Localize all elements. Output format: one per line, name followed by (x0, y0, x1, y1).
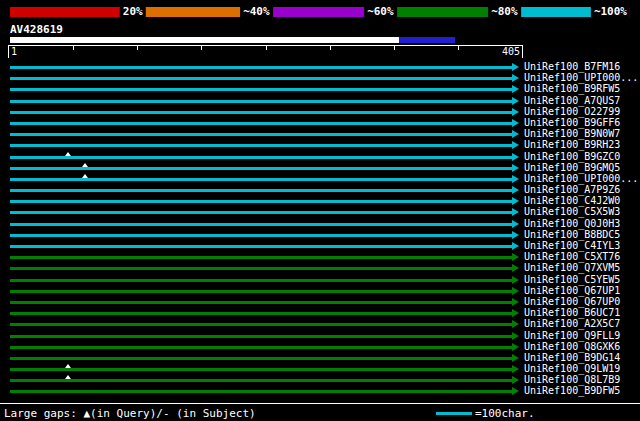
alignment-bar[interactable] (10, 122, 512, 125)
alignment-bar[interactable] (10, 189, 512, 192)
alignment-bar[interactable] (10, 256, 512, 259)
alignment-label[interactable]: UniRef100_Q9LW19 (524, 363, 620, 375)
arrowhead-icon (512, 231, 519, 239)
alignment-label[interactable]: UniRef100_UPI000... (524, 72, 638, 84)
scale-tick (201, 46, 202, 50)
scale-tick (458, 46, 459, 50)
alignment-bar[interactable] (10, 290, 512, 293)
alignment-bar[interactable] (10, 234, 512, 237)
alignment-bar[interactable] (10, 346, 512, 349)
alignment-bar[interactable] (10, 301, 512, 304)
scale-end-label: 405 (502, 46, 520, 58)
alignment-label[interactable]: UniRef100_O22799 (524, 106, 620, 118)
scale-tick (73, 46, 74, 50)
alignment-bar[interactable] (10, 368, 512, 371)
alignment-label[interactable]: UniRef100_Q0J0H3 (524, 218, 620, 230)
scale-tick (330, 46, 331, 50)
alignment-label[interactable]: UniRef100_C4IYL3 (524, 240, 620, 252)
scale-tick (394, 46, 395, 50)
alignment-bar[interactable] (10, 267, 512, 270)
alignment-label[interactable]: UniRef100_C5XT76 (524, 251, 620, 263)
alignment-bar[interactable] (10, 390, 512, 393)
key-segment: ~60% (258, 7, 382, 17)
alignment-label[interactable]: UniRef100_B9N0W7 (524, 128, 620, 140)
footer: Large gaps: ▲(in Query)/- (in Subject) =… (0, 403, 640, 421)
alignment-bar[interactable] (10, 66, 512, 69)
alignment-bar[interactable] (10, 323, 512, 326)
alignment-bar[interactable] (10, 312, 512, 315)
alignment-label[interactable]: UniRef100_B9DG14 (524, 352, 620, 364)
blast-overview-screen: 20%~40%~60%~80%~100% AV428619 1 405 UniR… (0, 0, 640, 421)
alignment-bar[interactable] (10, 156, 512, 159)
alignment-label[interactable]: UniRef100_B9RFW5 (524, 83, 620, 95)
arrowhead-icon (512, 287, 519, 295)
alignment-label[interactable]: UniRef100_C5X5W3 (524, 206, 620, 218)
alignment-bar[interactable] (10, 279, 512, 282)
alignment-label[interactable]: UniRef100_Q7XVM5 (524, 262, 620, 274)
arrowhead-icon (512, 63, 519, 71)
arrowhead-icon (512, 320, 519, 328)
alignment-row[interactable]: UniRef100_B9DFW5 (0, 386, 640, 397)
alignment-bar[interactable] (10, 357, 512, 360)
alignment-label[interactable]: UniRef100_B9RH23 (524, 139, 620, 151)
arrowhead-icon (512, 220, 519, 228)
alignment-label[interactable]: UniRef100_B9GMQ5 (524, 162, 620, 174)
arrowhead-icon (512, 186, 519, 194)
alignment-bar[interactable] (10, 211, 512, 214)
arrowhead-icon (512, 365, 519, 373)
key-segment: ~100% (506, 7, 630, 17)
arrowhead-icon (512, 264, 519, 272)
alignment-bar[interactable] (10, 200, 512, 203)
key-segment-label: ~100% (591, 4, 630, 19)
alignment-label[interactable]: UniRef100_Q67UP1 (524, 285, 620, 297)
alignment-bar[interactable] (10, 88, 512, 91)
legend-label: =100char. (475, 407, 535, 420)
alignment-bar[interactable] (10, 223, 512, 226)
key-segment-label: ~40% (240, 4, 273, 19)
alignment-label[interactable]: UniRef100_B9GFF6 (524, 117, 620, 129)
arrowhead-icon (512, 164, 519, 172)
alignment-bar[interactable] (10, 111, 512, 114)
alignment-bar[interactable] (10, 379, 512, 382)
alignment-bar[interactable] (10, 335, 512, 338)
arrowhead-icon (512, 175, 519, 183)
alignment-label[interactable]: UniRef100_UPI000... (524, 173, 638, 185)
alignment-label[interactable]: UniRef100_B9DFW5 (524, 385, 620, 397)
alignment-label[interactable]: UniRef100_A2X5C7 (524, 318, 620, 330)
alignment-bar[interactable] (10, 133, 512, 136)
alignment-bar[interactable] (10, 167, 512, 170)
arrowhead-icon (512, 197, 519, 205)
arrowhead-icon (512, 253, 519, 261)
alignment-label[interactable]: UniRef100_A7QUS7 (524, 95, 620, 107)
alignment-bar[interactable] (10, 77, 512, 80)
query-bar (10, 37, 455, 43)
query-bar-blue-segment (399, 37, 455, 43)
alignment-bar[interactable] (10, 144, 512, 147)
key-segment: ~40% (134, 7, 258, 17)
alignment-label[interactable]: UniRef100_C5YEW5 (524, 274, 620, 286)
alignment-label[interactable]: UniRef100_A7P9Z6 (524, 184, 620, 196)
arrowhead-icon (512, 242, 519, 250)
alignment-label[interactable]: UniRef100_B7FM16 (524, 61, 620, 73)
arrowhead-icon (512, 108, 519, 116)
alignment-label[interactable]: UniRef100_Q67UP0 (524, 296, 620, 308)
arrowhead-icon (512, 153, 519, 161)
alignment-label[interactable]: UniRef100_C4J2W0 (524, 195, 620, 207)
arrowhead-icon (512, 309, 519, 317)
alignment-bar[interactable] (10, 245, 512, 248)
arrowhead-icon (512, 354, 519, 362)
alignment-label[interactable]: UniRef100_B8BDC5 (524, 229, 620, 241)
alignment-bar[interactable] (10, 100, 512, 103)
key-segment-label: ~80% (488, 4, 521, 19)
key-segment: ~80% (382, 7, 506, 17)
key-segment-label: ~60% (364, 4, 397, 19)
scale-tick (266, 46, 267, 50)
query-name: AV428619 (10, 23, 63, 36)
alignment-label[interactable]: UniRef100_B9GZC0 (524, 151, 620, 163)
alignment-label[interactable]: UniRef100_Q9FLL9 (524, 330, 620, 342)
alignment-bar[interactable] (10, 178, 512, 181)
arrowhead-icon (512, 85, 519, 93)
alignment-label[interactable]: UniRef100_Q8L7B9 (524, 374, 620, 386)
alignment-label[interactable]: UniRef100_B6UC71 (524, 307, 620, 319)
alignment-label[interactable]: UniRef100_Q8GXK6 (524, 341, 620, 353)
